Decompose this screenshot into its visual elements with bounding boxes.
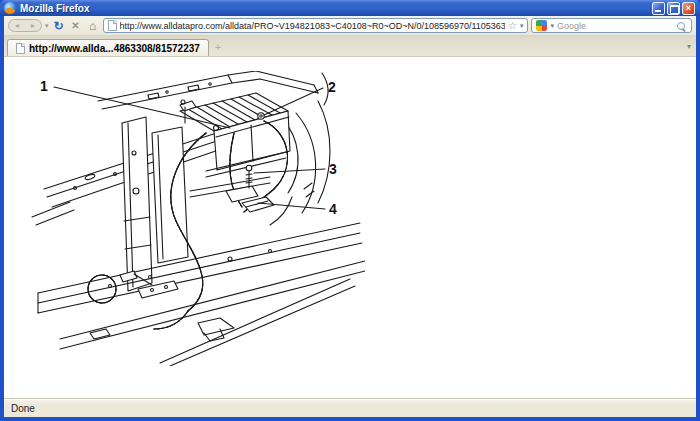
battery-positive-terminal (258, 113, 264, 119)
tab-strip: http://www.allda...4863308/81572237 + ▾ (4, 36, 696, 57)
search-input[interactable] (557, 21, 674, 31)
tab-favicon (16, 43, 25, 54)
search-box[interactable]: ▾ (531, 18, 692, 33)
callout-4-label: 4 (329, 201, 337, 217)
search-engine-dropdown-icon[interactable]: ▾ (550, 22, 554, 30)
minimize-button[interactable] (652, 2, 665, 15)
page-favicon (108, 20, 117, 31)
new-tab-button[interactable]: + (215, 41, 221, 53)
stop-button[interactable]: ✕ (69, 19, 83, 33)
google-icon[interactable] (536, 20, 547, 31)
tab-active[interactable]: http://www.allda...4863308/81572237 (7, 39, 209, 56)
callout-3-label: 3 (329, 161, 337, 177)
search-magnifier-icon[interactable] (677, 22, 687, 30)
callout-2-label: 2 (328, 79, 336, 95)
battery-diagram: 1 2 3 4 (30, 71, 365, 366)
url-dropdown-icon[interactable]: ▾ (520, 22, 524, 30)
url-bar[interactable]: ☆ ▾ (103, 18, 529, 33)
firefox-window: Mozilla Firefox × ◄ ► ▾ ↻ ✕ ⌂ ☆ ▾ (0, 0, 700, 421)
page-content: 1 2 3 4 (4, 57, 696, 398)
title-bar[interactable]: Mozilla Firefox × (0, 0, 700, 16)
window-body: ◄ ► ▾ ↻ ✕ ⌂ ☆ ▾ ▾ http (4, 16, 696, 417)
status-text: Done (11, 403, 35, 414)
close-button[interactable]: × (682, 2, 695, 15)
refresh-button[interactable]: ↻ (52, 19, 66, 33)
back-forward-control[interactable]: ◄ ► (8, 19, 42, 32)
close-icon: × (686, 3, 691, 14)
maximize-button[interactable] (667, 2, 680, 15)
window-title: Mozilla Firefox (20, 3, 89, 14)
tab-title: http://www.allda...4863308/81572237 (29, 43, 200, 54)
firefox-icon (4, 2, 16, 14)
callout-1-label: 1 (40, 78, 48, 94)
history-dropdown-icon[interactable]: ▾ (45, 22, 49, 30)
back-icon[interactable]: ◄ (14, 20, 21, 31)
tab-list-dropdown-icon[interactable]: ▾ (687, 42, 691, 51)
battery (180, 93, 290, 177)
navigation-toolbar: ◄ ► ▾ ↻ ✕ ⌂ ☆ ▾ ▾ (4, 16, 696, 36)
home-button[interactable]: ⌂ (86, 19, 100, 33)
url-input[interactable] (120, 21, 505, 31)
lower-frame-rails (38, 223, 365, 366)
bolt (246, 165, 252, 188)
forward-icon[interactable]: ► (30, 20, 37, 31)
callout-2: 2 (264, 79, 336, 115)
callout-3: 3 (254, 161, 337, 177)
status-bar: Done (4, 398, 696, 417)
bookmark-star-icon[interactable]: ☆ (508, 20, 517, 32)
left-pillar-panels (122, 117, 188, 291)
